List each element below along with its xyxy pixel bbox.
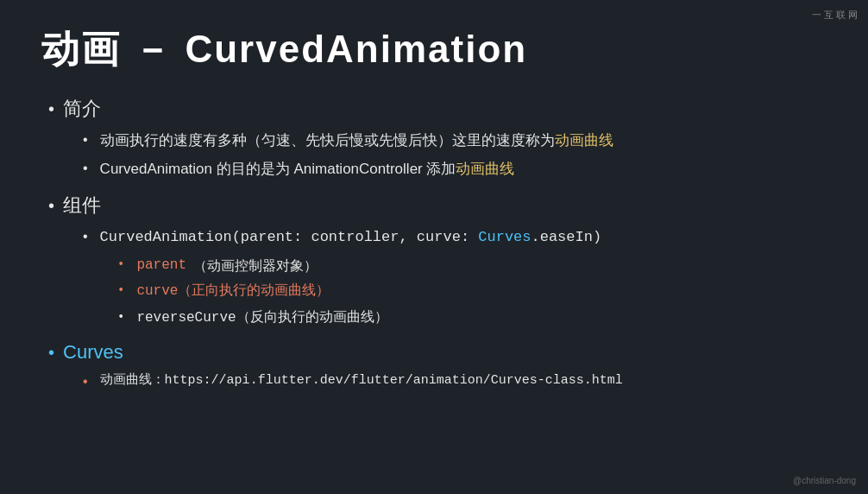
- section-components: • 组件 • CurvedAnimation(parent: controlle…: [48, 193, 827, 329]
- component-text-1: CurvedAnimation(parent: controller, curv…: [100, 225, 602, 249]
- level3-items: • parent （动画控制器对象） • curve（正向执行的动画曲线） • …: [83, 255, 827, 330]
- main-title: 动画 － CurvedAnimation: [41, 24, 827, 75]
- bullet-l1-curves: •: [48, 343, 54, 363]
- curves-link: 动画曲线：https://api.flutter.dev/flutter/ani…: [100, 370, 623, 391]
- bullet-l3-parent: •: [117, 255, 124, 274]
- bullet-l1-intro: •: [48, 99, 54, 119]
- l3-parent: • parent （动画控制器对象）: [117, 255, 827, 277]
- l3-parent-text: parent: [136, 255, 186, 277]
- component-item-1: • CurvedAnimation(parent: controller, cu…: [83, 225, 827, 249]
- slide-container: 一 互 联 网 动画 － CurvedAnimation • 简介 • 动画执行…: [0, 0, 868, 494]
- highlight-animation-curve-2: 动画曲线: [456, 161, 514, 177]
- bullet-intro-1: •: [83, 129, 88, 151]
- bullet-l1-components: •: [48, 196, 54, 216]
- components-sub-items: • CurvedAnimation(parent: controller, cu…: [48, 225, 827, 329]
- l3-curve: • curve（正向执行的动画曲线）: [117, 281, 827, 303]
- section-curves-text: Curves: [63, 341, 123, 364]
- bullet-intro-2: •: [83, 157, 88, 180]
- bullet-curves-1: •: [83, 370, 88, 393]
- section-intro: • 简介 • 动画执行的速度有多种（匀速、先快后慢或先慢后快）这里的速度称为动画…: [48, 96, 827, 180]
- l3-parent-desc: （动画控制器对象）: [193, 255, 318, 277]
- bullet-l3-reversecurve: •: [117, 307, 124, 326]
- intro-text-1: 动画执行的速度有多种（匀速、先快后慢或先慢后快）这里的速度称为动画曲线: [100, 129, 613, 152]
- curves-item-1: • 动画曲线：https://api.flutter.dev/flutter/a…: [83, 370, 827, 393]
- intro-item-2: • CurvedAnimation 的目的是为 AnimationControl…: [83, 157, 827, 180]
- highlight-animation-curve-1: 动画曲线: [555, 132, 613, 149]
- section-curves: • Curves • 动画曲线：https://api.flutter.dev/…: [48, 341, 827, 393]
- intro-item-1: • 动画执行的速度有多种（匀速、先快后慢或先慢后快）这里的速度称为动画曲线: [83, 129, 827, 152]
- section-components-label: • 组件: [48, 193, 827, 218]
- l3-reversecurve-text: reverseCurve（反向执行的动画曲线）: [136, 307, 387, 330]
- section-components-text: 组件: [63, 193, 101, 218]
- intro-text-2: CurvedAnimation 的目的是为 AnimationControlle…: [100, 157, 515, 180]
- top-right-label: 一 互 联 网: [812, 9, 858, 22]
- l3-curve-text: curve（正向执行的动画曲线）: [136, 281, 330, 303]
- curves-keyword: Curves: [478, 229, 531, 245]
- bullet-l3-curve: •: [117, 281, 124, 300]
- section-curves-label: • Curves: [48, 341, 827, 364]
- intro-sub-items: • 动画执行的速度有多种（匀速、先快后慢或先慢后快）这里的速度称为动画曲线 • …: [48, 129, 827, 180]
- watermark: @christian-dong: [793, 476, 856, 485]
- section-intro-text: 简介: [63, 96, 101, 122]
- bullet-component-1: •: [83, 225, 88, 248]
- content-area: • 简介 • 动画执行的速度有多种（匀速、先快后慢或先慢后快）这里的速度称为动画…: [41, 96, 827, 393]
- l3-reversecurve: • reverseCurve（反向执行的动画曲线）: [117, 307, 827, 330]
- section-intro-label: • 简介: [48, 96, 827, 122]
- curves-sub-items: • 动画曲线：https://api.flutter.dev/flutter/a…: [48, 370, 827, 393]
